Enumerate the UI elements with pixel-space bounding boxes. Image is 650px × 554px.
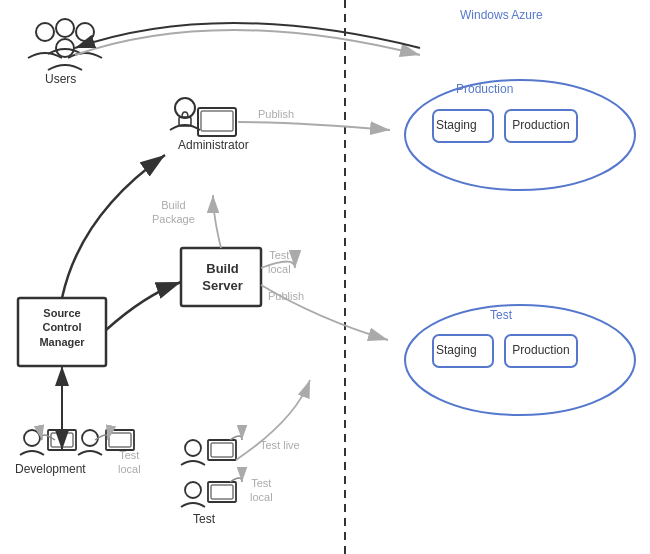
svg-rect-6 xyxy=(179,117,191,126)
test-live-label: Test live xyxy=(260,438,300,452)
administrator-label: Administrator xyxy=(178,138,249,152)
svg-rect-13 xyxy=(51,433,73,447)
svg-rect-12 xyxy=(48,430,76,450)
users-label: Users xyxy=(45,72,76,86)
staging-test-label: Staging xyxy=(436,343,477,357)
source-control-label: SourceControlManager xyxy=(20,306,104,349)
test-label: Test xyxy=(193,512,215,526)
svg-point-11 xyxy=(24,430,40,446)
svg-rect-8 xyxy=(201,111,233,131)
publish-top-label: Publish xyxy=(258,108,294,120)
svg-rect-15 xyxy=(106,430,134,450)
svg-point-27 xyxy=(405,305,635,415)
svg-point-3 xyxy=(76,23,94,41)
svg-rect-22 xyxy=(211,485,233,499)
diagram: Windows Azure Users Administrator Publis… xyxy=(0,0,650,554)
svg-point-2 xyxy=(56,19,74,37)
development-label: Development xyxy=(15,462,86,476)
staging-prod-label: Staging xyxy=(436,118,477,132)
svg-rect-18 xyxy=(208,440,236,460)
svg-point-4 xyxy=(56,39,74,57)
production-ellipse-label: Production xyxy=(456,82,513,96)
svg-point-26 xyxy=(405,80,635,190)
test-local-dev-label: Testlocal xyxy=(118,448,141,477)
svg-rect-16 xyxy=(109,433,131,447)
azure-label: Windows Azure xyxy=(460,8,543,22)
main-svg xyxy=(0,0,650,554)
build-server-label: BuildServer xyxy=(185,261,260,295)
svg-rect-21 xyxy=(208,482,236,502)
production-prod-label: Production xyxy=(505,118,577,132)
svg-point-1 xyxy=(36,23,54,41)
publish-bottom-label: Publish xyxy=(268,290,304,302)
svg-rect-19 xyxy=(211,443,233,457)
production-test-label: Production xyxy=(505,343,577,357)
svg-point-5 xyxy=(175,98,195,118)
svg-rect-7 xyxy=(198,108,236,136)
svg-point-14 xyxy=(82,430,98,446)
test-local-1-label: Testlocal xyxy=(268,248,291,277)
svg-point-20 xyxy=(185,482,201,498)
build-package-label: BuildPackage xyxy=(152,198,195,227)
svg-point-17 xyxy=(185,440,201,456)
test-local-testers-label: Testlocal xyxy=(250,476,273,505)
test-ellipse-label: Test xyxy=(490,308,512,322)
